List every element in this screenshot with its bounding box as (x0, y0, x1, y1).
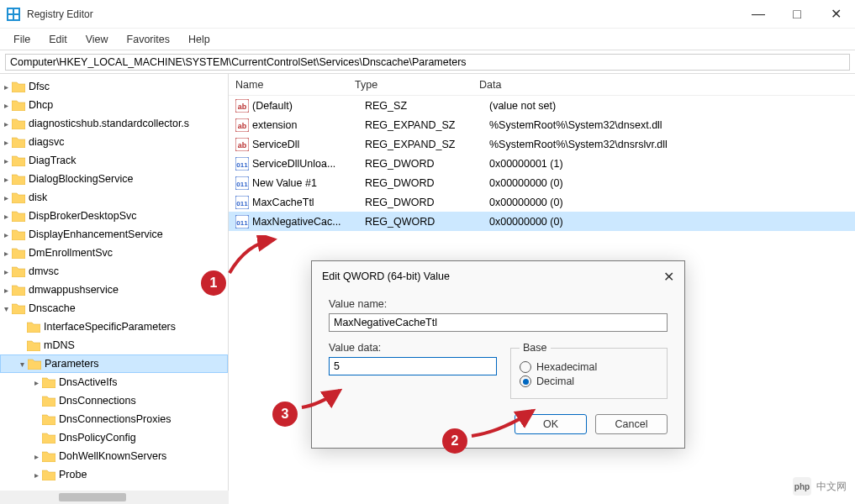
watermark-text: 中文网 (816, 480, 847, 494)
cancel-button[interactable]: Cancel (595, 414, 668, 434)
svg-rect-1 (8, 9, 13, 13)
tree-caret-icon[interactable]: ▸ (0, 249, 12, 258)
tree-caret-icon[interactable]: ▸ (0, 156, 12, 165)
tree-label: DmEnrollmentSvc (29, 247, 113, 259)
maximize-button[interactable]: □ (778, 0, 816, 29)
tree-item-dialogblockingservice[interactable]: ▸DialogBlockingService (0, 170, 228, 188)
tree-pane[interactable]: ▸Dfsc▸Dhcp▸diagnosticshub.standardcollec… (0, 74, 229, 504)
tree-item-disk[interactable]: ▸disk (0, 188, 228, 207)
tree-item-dnsconnectionsproxies[interactable]: DnsConnectionsProxies (0, 410, 228, 428)
scrollbar-thumb[interactable] (59, 493, 126, 501)
registry-value-row[interactable]: abServiceDllREG_EXPAND_SZ%SystemRoot%\Sy… (229, 134, 855, 154)
menu-help[interactable]: Help (180, 31, 219, 48)
tree-label: Dhcp (29, 99, 53, 111)
svg-rect-4 (14, 15, 18, 19)
tree-label: DnsPolicyConfig (59, 432, 136, 444)
menu-view[interactable]: View (77, 31, 117, 48)
tree-caret-icon[interactable]: ▸ (0, 230, 12, 239)
tree-item-dmenrollmentsvc[interactable]: ▸DmEnrollmentSvc (0, 244, 228, 262)
tree-item-dfsc[interactable]: ▸Dfsc (0, 77, 228, 96)
tree-label: DnsActiveIfs (59, 376, 117, 388)
tree-item-diagtrack[interactable]: ▸DiagTrack (0, 151, 228, 170)
tree-caret-icon[interactable]: ▾ (16, 360, 28, 369)
annotation-badge-1: 1 (201, 270, 226, 296)
tree-label: DispBrokerDesktopSvc (29, 210, 137, 222)
tree-caret-icon[interactable]: ▸ (0, 138, 12, 147)
tree-item-dnsactiveifs[interactable]: ▸DnsActiveIfs (0, 373, 228, 391)
tree-label: DnsConnectionsProxies (59, 413, 171, 425)
tree-item-dhcp[interactable]: ▸Dhcp (0, 96, 228, 114)
tree-label: DnsConnections (59, 395, 136, 407)
tree-label: diagnosticshub.standardcollector.s (29, 118, 189, 129)
tree-item-dispbrokerdesktopsvc[interactable]: ▸DispBrokerDesktopSvc (0, 207, 228, 225)
tree-item-mdns[interactable]: mDNS (0, 336, 228, 354)
tree-caret-icon[interactable]: ▸ (0, 82, 12, 92)
svg-text:011: 011 (236, 181, 248, 188)
value-name: MaxCacheTtl (252, 197, 365, 208)
value-name: MaxNegativeCac... (252, 216, 365, 228)
registry-value-row[interactable]: 011New Value #1REG_DWORD0x00000000 (0) (229, 173, 855, 192)
value-data-label: Value data: (329, 342, 497, 354)
tree-item-dohwellknownservers[interactable]: ▸DohWellKnownServers (0, 447, 228, 465)
tree-item-diagsvc[interactable]: ▸diagsvc (0, 133, 228, 151)
tree-caret-icon[interactable]: ▸ (0, 193, 12, 202)
tree-caret-icon[interactable]: ▸ (30, 452, 42, 461)
tree-item-dnscache[interactable]: ▾Dnscache (0, 299, 228, 318)
tree-label: Dnscache (29, 302, 76, 314)
dialog-close-button[interactable]: ✕ (663, 269, 674, 285)
tree-caret-icon[interactable]: ▸ (0, 101, 12, 110)
svg-text:011: 011 (236, 161, 248, 169)
tree-item-diagnosticshub-standardcollector-s[interactable]: ▸diagnosticshub.standardcollector.s (0, 114, 228, 133)
titlebar: Registry Editor — □ ✕ (0, 0, 855, 29)
minimize-button[interactable]: — (739, 0, 778, 29)
menu-file[interactable]: File (5, 31, 39, 48)
dialog-title: Edit QWORD (64-bit) Value (322, 270, 450, 282)
tree-item-probe[interactable]: ▸Probe (0, 465, 228, 484)
radio-decimal[interactable]: Decimal (520, 375, 658, 387)
watermark: php 中文网 (793, 477, 847, 496)
watermark-logo: php (793, 477, 811, 496)
value-data-input[interactable] (329, 357, 497, 375)
tree-item-interfacespecificparameters[interactable]: InterfaceSpecificParameters (0, 318, 228, 336)
registry-value-row[interactable]: ab(Default)REG_SZ(value not set) (229, 96, 855, 115)
registry-value-row[interactable]: abextensionREG_EXPAND_SZ%SystemRoot%\Sys… (229, 115, 855, 134)
address-input[interactable] (5, 54, 850, 71)
value-name-input[interactable] (329, 313, 668, 332)
tree-item-dmwappushservice[interactable]: ▸dmwappushservice (0, 281, 228, 299)
tree-item-displayenhancementservice[interactable]: ▸DisplayEnhancementService (0, 225, 228, 244)
tree-caret-icon[interactable]: ▸ (0, 267, 12, 276)
radio-icon (520, 361, 531, 373)
tree-caret-icon[interactable]: ▸ (0, 175, 12, 184)
svg-text:011: 011 (236, 200, 248, 207)
tree-caret-icon[interactable]: ▸ (30, 470, 42, 480)
tree-label: dmwappushservice (29, 284, 119, 296)
close-button[interactable]: ✕ (816, 0, 855, 29)
tree-item-parameters[interactable]: ▾Parameters (0, 354, 228, 373)
tree-caret-icon[interactable]: ▸ (0, 286, 12, 295)
value-type: REG_DWORD (365, 197, 489, 208)
tree-item-dnsconnections[interactable]: DnsConnections (0, 391, 228, 410)
registry-value-row[interactable]: 011MaxCacheTtlREG_DWORD0x00000000 (0) (229, 192, 855, 212)
col-name[interactable]: Name (229, 79, 355, 91)
tree-item-dnspolicyconfig[interactable]: DnsPolicyConfig (0, 428, 228, 447)
menu-edit[interactable]: Edit (40, 31, 76, 48)
tree-scrollbar[interactable] (0, 491, 229, 504)
col-type[interactable]: Type (355, 79, 479, 91)
tree-label: diagsvc (29, 136, 64, 148)
list-header[interactable]: Name Type Data (229, 74, 855, 96)
tree-label: DisplayEnhancementService (29, 228, 163, 240)
registry-value-row[interactable]: 011MaxNegativeCac...REG_QWORD0x00000000 … (229, 212, 855, 231)
tree-caret-icon[interactable]: ▸ (30, 378, 42, 387)
tree-item-dmvsc[interactable]: ▸dmvsc (0, 262, 228, 281)
radio-hexadecimal[interactable]: Hexadecimal (520, 361, 658, 373)
tree-caret-icon[interactable]: ▾ (0, 304, 12, 313)
menubar: File Edit View Favorites Help (0, 29, 855, 50)
menu-favorites[interactable]: Favorites (119, 31, 178, 48)
tree-caret-icon[interactable]: ▸ (0, 119, 12, 129)
registry-value-row[interactable]: 011ServiceDllUnloa...REG_DWORD0x00000001… (229, 154, 855, 173)
tree-label: DiagTrack (29, 155, 77, 166)
tree-caret-icon[interactable]: ▸ (0, 212, 12, 221)
value-name-label: Value name: (329, 298, 668, 310)
value-data: 0x00000000 (0) (489, 197, 855, 208)
col-data[interactable]: Data (479, 79, 855, 91)
